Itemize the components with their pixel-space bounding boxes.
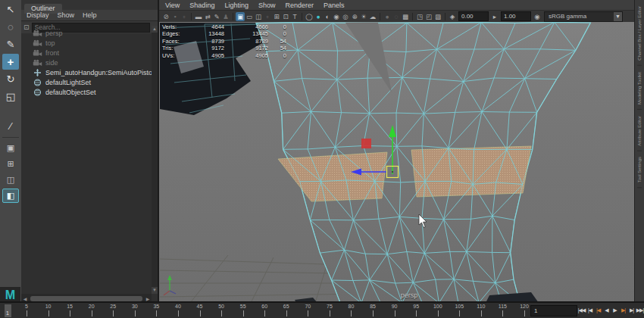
outliner-item-semi-autohandgun[interactable]: Semi_autoHandgun:SemiAutoPistol — [21, 67, 152, 77]
scroll-left-icon[interactable]: ◀ — [21, 296, 29, 301]
go-to-end-button[interactable]: ▶▶| — [636, 304, 644, 316]
field-chart-icon[interactable]: ▫ — [263, 12, 272, 21]
outliner-vertical-scrollbar[interactable]: ▲ ▼ — [152, 26, 158, 294]
viewport-menu-show[interactable]: Show — [258, 2, 276, 9]
2d-pan-zoom-icon[interactable]: ⇄ — [203, 12, 212, 21]
viewport-menu-lighting[interactable]: Lighting — [224, 2, 249, 9]
paint-select-tool[interactable]: ✎ — [2, 36, 19, 52]
outliner-item-front[interactable]: front — [21, 48, 152, 58]
gamma-field[interactable] — [501, 11, 531, 21]
view-transform-icon[interactable]: ◉ — [533, 12, 542, 21]
hud-toggle-icon[interactable]: T — [290, 12, 299, 21]
scroll-right-icon[interactable]: ▶ — [144, 296, 152, 301]
select-tool[interactable]: ↖ — [2, 2, 19, 17]
play-forwards-button[interactable]: ▶ — [611, 304, 619, 316]
scale-tool[interactable]: ◱ — [2, 89, 19, 104]
outliner-item-top[interactable]: top — [21, 38, 152, 48]
move-x-handle[interactable] — [361, 139, 371, 148]
time-slider[interactable]: 1 51015202530354045505560657075808590951… — [0, 301, 644, 318]
scrollbar-thumb[interactable] — [30, 296, 142, 301]
outliner-item-defaultobjectset[interactable]: defaultObjectSet — [21, 87, 152, 97]
bounding-box-icon[interactable]: ◎ — [341, 12, 350, 21]
smooth-shade-wire-icon[interactable]: ◐ — [323, 12, 332, 21]
current-frame-field[interactable] — [530, 305, 577, 316]
viewport-scene[interactable] — [159, 22, 635, 303]
film-gate-icon[interactable]: ▭ — [245, 12, 254, 21]
rotate-tool[interactable]: ↻ — [2, 71, 19, 87]
shadows-icon[interactable]: ☁ — [368, 12, 377, 21]
tab-tool-settings[interactable]: Tool Settings — [637, 152, 642, 188]
timeline-tick-label: 85 — [364, 304, 381, 309]
layout-single-pane[interactable]: ▣ — [2, 141, 19, 155]
object-set-icon — [33, 89, 42, 96]
step-forward-key-button[interactable]: ▶| — [619, 304, 627, 316]
outliner-menu-help[interactable]: Help — [83, 11, 97, 19]
scroll-up-icon[interactable]: ▲ — [152, 26, 158, 33]
step-forward-frame-button[interactable]: ▶| — [627, 304, 636, 316]
layout-four-panes[interactable]: ⊞ — [2, 157, 19, 171]
view-transform-dropdown[interactable]: sRGB gamma▼ — [544, 11, 623, 22]
outliner-item-side[interactable]: side — [21, 58, 152, 67]
timeline-tick-label: 100 — [430, 304, 446, 309]
safe-title-icon[interactable]: ⊡ — [281, 12, 290, 21]
step-back-frame-button[interactable]: |◀ — [586, 304, 594, 316]
grease-pencil-icon[interactable]: ✎ — [212, 12, 221, 21]
layout-two-panes[interactable]: ◫ — [2, 173, 19, 187]
hud-row: Faces:8739878954 — [162, 38, 286, 45]
hud-value: 8789 — [224, 38, 268, 45]
outliner-menu-display[interactable]: Display — [27, 11, 49, 19]
motion-blur-icon[interactable]: ◌ — [392, 12, 401, 21]
wireframe-mode-icon[interactable]: ◯ — [305, 12, 314, 21]
outliner-item-defaultlightset[interactable]: defaultLightSet — [21, 77, 152, 87]
joint-xray-icon[interactable]: ♟ — [221, 12, 230, 21]
tab-modeling-toolkit[interactable]: Modeling Toolkit — [637, 67, 642, 110]
exposure-icon[interactable]: ◈ — [448, 12, 457, 21]
gamma-icon[interactable]: ▸ — [490, 12, 499, 21]
resolution-gate-icon[interactable]: ▣ — [236, 12, 245, 21]
tab-attribute-editor[interactable]: Attribute Editor — [637, 111, 642, 151]
camera-attributes-icon[interactable]: ▫ — [180, 12, 189, 21]
viewport-menu-panels[interactable]: Panels — [324, 2, 345, 9]
timeline-tick-label: 45 — [192, 304, 208, 309]
wireframe-on-shaded-icon[interactable]: ▨ — [433, 12, 442, 21]
smooth-shade-icon[interactable]: ● — [314, 12, 323, 21]
use-all-lights-icon[interactable]: ☀ — [359, 12, 368, 21]
isolate-select-icon[interactable]: ◳ — [415, 12, 424, 21]
hud-value: 8739 — [183, 38, 224, 45]
scroll-down-icon[interactable]: ▼ — [152, 287, 158, 294]
timeline-tick — [264, 310, 265, 316]
lasso-select-tool[interactable]: ◌ — [2, 19, 19, 35]
occlusion-icon[interactable]: ● — [383, 12, 392, 21]
outliner-menu-show[interactable]: Show — [58, 11, 75, 19]
xray-mode-icon[interactable]: ◰ — [424, 12, 433, 21]
viewport-menu-view[interactable]: View — [165, 2, 180, 9]
timeline-tick — [416, 310, 417, 316]
tab-channel-box-layer-editor[interactable]: Channel Box / Layer Editor — [637, 2, 642, 66]
last-tool-used[interactable]: ∕ — [2, 118, 19, 134]
go-to-start-button[interactable]: |◀◀ — [577, 304, 586, 316]
step-back-key-button[interactable]: |◀ — [594, 304, 602, 316]
viewport-canvas[interactable]: Verts:464446660Edges:13448134450Faces:87… — [159, 22, 635, 303]
timeline-tick — [70, 310, 70, 316]
timeline-tick — [200, 310, 201, 316]
select-camera-icon[interactable]: ⊘ — [161, 12, 170, 21]
hud-value: 4905 — [224, 52, 268, 59]
safe-action-icon[interactable]: ⊞ — [272, 12, 281, 21]
viewport-menu-shading[interactable]: Shading — [189, 2, 214, 9]
multisample-icon[interactable]: ▩ — [401, 12, 410, 21]
move-tool[interactable]: + — [2, 54, 19, 70]
lock-camera-icon[interactable]: ▪ — [170, 12, 180, 21]
flat-shade-icon[interactable]: ◉ — [332, 12, 341, 21]
outliner-item-label: persp — [45, 30, 63, 37]
layout-outliner-persp[interactable]: ◧ — [2, 189, 19, 203]
play-backwards-button[interactable]: ◀ — [602, 304, 611, 316]
outliner-item-persp[interactable]: persp — [21, 28, 152, 38]
timeline-tick-label: 105 — [451, 304, 467, 309]
right-sidebar-tabs: Channel Box / Layer EditorModeling Toolk… — [634, 0, 644, 303]
viewport-menu-renderer[interactable]: Renderer — [285, 2, 314, 9]
exposure-field[interactable] — [458, 11, 489, 21]
image-plane-icon[interactable]: ▬ — [194, 12, 203, 21]
view-axis-indicator — [164, 275, 176, 295]
gate-mask-icon[interactable]: ◫ — [254, 12, 263, 21]
textured-mode-icon[interactable]: ⊕ — [350, 12, 359, 21]
